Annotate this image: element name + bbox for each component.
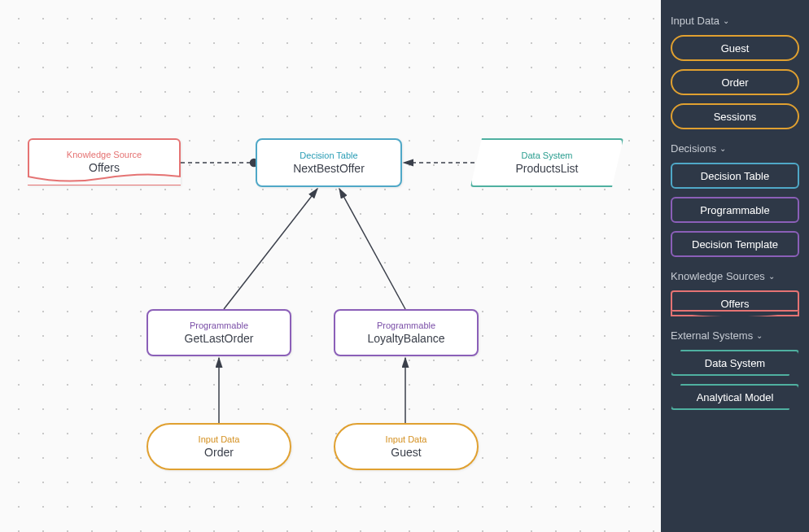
svg-line-3 [224, 189, 317, 309]
section-title: Knowledge Sources [671, 270, 765, 282]
connectors-layer [0, 0, 661, 532]
node-type-label: Knowledge Source [67, 150, 142, 159]
node-label: GetLastOrder [185, 332, 254, 345]
node-label: NextBestOffer [293, 162, 365, 175]
node-label: Order [204, 446, 234, 459]
node-inputdata-order[interactable]: Input Data Order [146, 423, 291, 470]
node-type-label: Programmable [190, 321, 248, 330]
svg-line-4 [339, 189, 405, 309]
section-header-input-data[interactable]: Input Data ⌄ [671, 15, 799, 27]
section-title: Decisions [671, 142, 716, 155]
palette-item-analytical-model[interactable]: Analytical Model [671, 384, 799, 410]
section-title: Input Data [671, 15, 719, 27]
palette-item-programmable[interactable]: Programmable [671, 197, 799, 223]
node-datasystem-productslist[interactable]: Data System ProductsList [470, 138, 623, 187]
node-inputdata-guest[interactable]: Input Data Guest [334, 423, 479, 470]
node-label: ProductsList [515, 162, 578, 175]
node-label: Guest [391, 446, 421, 459]
chevron-down-icon: ⌄ [719, 144, 726, 153]
palette-item-decision-table[interactable]: Decision Table [671, 163, 799, 189]
chevron-down-icon: ⌄ [756, 331, 763, 340]
node-type-label: Data System [522, 150, 573, 160]
chevron-down-icon: ⌄ [768, 272, 775, 281]
node-type-label: Input Data [199, 434, 240, 444]
node-programmable-getlastorder[interactable]: Programmable GetLastOrder [146, 309, 291, 356]
palette-item-sessions[interactable]: Sessions [671, 103, 799, 129]
palette-item-offers[interactable]: Offers [671, 290, 799, 316]
node-type-label: Decision Table [300, 150, 357, 160]
section-title: External Systems [671, 329, 753, 342]
chevron-down-icon: ⌄ [723, 16, 729, 25]
node-programmable-loyaltybalance[interactable]: Programmable LoyaltyBalance [334, 309, 479, 356]
palette-item-order[interactable]: Order [671, 69, 799, 95]
node-label: Offers [89, 161, 120, 174]
section-header-knowledge-sources[interactable]: Knowledge Sources ⌄ [671, 270, 799, 282]
node-decision-nextbestoffer[interactable]: Decision Table NextBestOffer [256, 138, 402, 187]
palette-item-data-system[interactable]: Data System [671, 350, 799, 376]
node-type-label: Input Data [386, 434, 427, 444]
node-knowledge-offers[interactable]: Knowledge Source Offers [28, 138, 181, 185]
palette-item-decision-template[interactable]: Decision Template [671, 231, 799, 257]
section-header-decisions[interactable]: Decisions ⌄ [671, 142, 799, 155]
section-header-external-systems[interactable]: External Systems ⌄ [671, 329, 799, 342]
palette-item-guest[interactable]: Guest [671, 35, 799, 61]
palette-sidebar: Input Data ⌄ Guest Order Sessions Decisi… [661, 0, 809, 532]
node-type-label: Programmable [377, 321, 435, 330]
node-label: LoyaltyBalance [368, 332, 445, 345]
diagram-canvas[interactable]: Knowledge Source Offers Decision Table N… [0, 0, 661, 532]
